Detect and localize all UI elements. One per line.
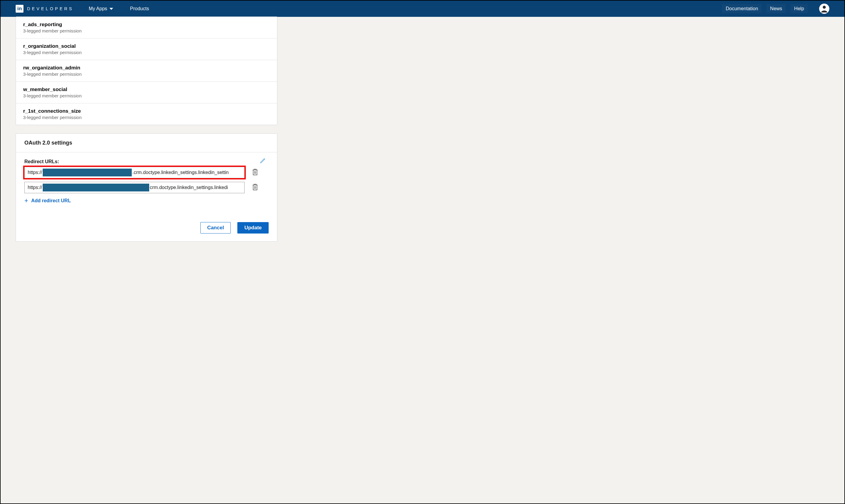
permission-row: r_ads_reporting 3-legged member permissi…	[16, 17, 277, 38]
cancel-button[interactable]: Cancel	[200, 222, 231, 234]
redacted-block	[43, 184, 149, 192]
permission-name: r_1st_connections_size	[23, 108, 270, 114]
permission-row: r_1st_connections_size 3-legged member p…	[16, 103, 277, 125]
avatar-icon	[820, 4, 829, 13]
nav-left: My Apps Products	[86, 4, 152, 13]
edit-button[interactable]	[260, 157, 266, 165]
pencil-icon	[260, 157, 266, 164]
oauth-title: OAuth 2.0 settings	[16, 134, 277, 152]
permission-row: w_member_social 3-legged member permissi…	[16, 82, 277, 103]
permission-desc: 3-legged member permission	[23, 28, 270, 33]
redacted-block	[43, 168, 132, 176]
products-link[interactable]: Products	[127, 4, 151, 13]
my-apps-dropdown[interactable]: My Apps	[86, 4, 116, 13]
update-button[interactable]: Update	[237, 222, 269, 234]
logo-text: DEVELOPERS	[27, 6, 74, 11]
redirect-url-row: https:// .crm.doctype.linkedin_settings.…	[24, 167, 269, 178]
oauth-body: Redirect URLs: https:// .crm.doctype.lin…	[16, 152, 277, 204]
svg-point-0	[823, 6, 826, 9]
trash-icon	[252, 168, 258, 176]
delete-url-button[interactable]	[252, 168, 258, 177]
url-suffix: .crm.doctype.linkedin_settings.linkedin_…	[132, 170, 229, 175]
add-redirect-url-label: Add redirect URL	[31, 198, 71, 203]
help-link[interactable]: Help	[791, 4, 808, 13]
top-nav: in DEVELOPERS My Apps Products Documenta…	[1, 1, 844, 17]
permission-name: r_ads_reporting	[23, 22, 270, 28]
permission-name: rw_organization_admin	[23, 65, 270, 71]
permission-name: r_organization_social	[23, 43, 270, 49]
permissions-card: r_ads_reporting 3-legged member permissi…	[16, 17, 277, 125]
oauth-button-row: Cancel Update	[16, 216, 277, 234]
products-label: Products	[130, 6, 149, 12]
logo[interactable]: in DEVELOPERS	[16, 5, 74, 13]
documentation-link[interactable]: Documentation	[722, 4, 762, 13]
url-prefix: https://	[28, 170, 42, 175]
permission-row: r_organization_social 3-legged member pe…	[16, 38, 277, 60]
permission-row: rw_organization_admin 3-legged member pe…	[16, 60, 277, 82]
permission-name: w_member_social	[23, 87, 270, 93]
redirect-url-row: https:// crm.doctype.linkedin_settings.l…	[24, 182, 269, 193]
nav-right: Documentation News Help	[722, 4, 829, 14]
permission-desc: 3-legged member permission	[23, 115, 270, 120]
permission-desc: 3-legged member permission	[23, 72, 270, 77]
my-apps-label: My Apps	[89, 6, 107, 12]
linkedin-logo-icon: in	[16, 5, 23, 13]
avatar[interactable]	[819, 4, 829, 14]
news-link[interactable]: News	[766, 4, 786, 13]
oauth-settings-card: OAuth 2.0 settings Redirect URLs: https:…	[16, 133, 277, 241]
add-redirect-url-button[interactable]: + Add redirect URL	[24, 197, 269, 204]
delete-url-button[interactable]	[252, 183, 258, 192]
redirect-url-input[interactable]: https:// .crm.doctype.linkedin_settings.…	[24, 167, 245, 178]
trash-icon	[252, 183, 258, 191]
redirect-urls-label: Redirect URLs:	[24, 159, 269, 164]
permission-desc: 3-legged member permission	[23, 93, 270, 98]
page-content: r_ads_reporting 3-legged member permissi…	[1, 17, 844, 251]
url-suffix: crm.doctype.linkedin_settings.linkedi	[150, 185, 228, 190]
caret-down-icon	[109, 8, 113, 10]
plus-icon: +	[24, 197, 28, 204]
redirect-url-input[interactable]: https:// crm.doctype.linkedin_settings.l…	[24, 182, 245, 193]
permission-desc: 3-legged member permission	[23, 50, 270, 55]
url-prefix: https://	[28, 185, 42, 190]
